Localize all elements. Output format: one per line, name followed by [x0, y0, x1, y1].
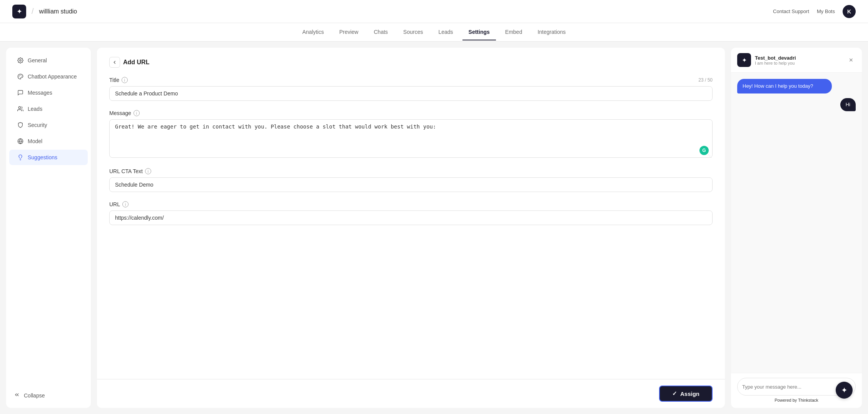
message-label-row: Message i	[109, 110, 713, 116]
collapse-icon	[14, 392, 20, 399]
url-label: URL i	[109, 201, 129, 207]
svg-point-5	[18, 107, 20, 109]
logo-divider: /	[32, 7, 34, 16]
url-info-icon[interactable]: i	[122, 201, 129, 207]
sidebar-item-model[interactable]: Model	[9, 134, 88, 149]
message-textarea[interactable]: Great! We are eager to get in contact wi…	[109, 119, 713, 158]
tab-leads[interactable]: Leads	[432, 24, 459, 40]
grammarly-icon: G	[699, 146, 709, 155]
title-label-row: Title i 23 / 50	[109, 77, 713, 83]
title-input[interactable]	[109, 86, 713, 101]
sidebar-label-model: Model	[28, 138, 42, 144]
resize-handle: ⋱	[708, 154, 712, 158]
message-group: Message i Great! We are eager to get in …	[109, 110, 713, 159]
chat-panel: ✦ Test_bot_devadri I am here to help you…	[731, 48, 862, 408]
sidebar-item-general[interactable]: General	[9, 53, 88, 68]
header-right: Contact Support My Bots K	[773, 5, 856, 18]
bulb-icon	[17, 154, 24, 161]
page-title: Add URL	[123, 59, 149, 66]
tab-embed[interactable]: Embed	[499, 24, 528, 40]
chat-body: Hey! How can I help you today? Hi	[731, 73, 862, 373]
chat-bot-logo: ✦	[737, 53, 751, 67]
url-cta-label-row: URL CTA Text i	[109, 168, 713, 174]
main-layout: General Chatbot Appearance Messages Lead…	[0, 42, 868, 414]
contact-support-link[interactable]: Contact Support	[773, 8, 809, 14]
sidebar-item-leads[interactable]: Leads	[9, 101, 88, 117]
sidebar-label-chatbot-appearance: Chatbot Appearance	[28, 73, 77, 80]
assign-button[interactable]: ✓ Assign	[659, 386, 713, 402]
shield-icon	[17, 122, 24, 129]
sidebar-label-suggestions: Suggestions	[28, 154, 57, 160]
sidebar-label-security: Security	[28, 122, 47, 128]
svg-point-1	[21, 75, 21, 75]
content-area: Add URL Title i 23 / 50 Message i	[97, 48, 725, 408]
url-cta-info-icon[interactable]: i	[145, 168, 151, 174]
collapse-button[interactable]: Collapse	[6, 387, 91, 403]
svg-point-3	[19, 75, 20, 76]
sidebar-item-chatbot-appearance[interactable]: Chatbot Appearance	[9, 69, 88, 84]
powered-by: Powered by Thinkstack	[737, 396, 856, 403]
title-label: Title i	[109, 77, 128, 83]
chat-header: ✦ Test_bot_devadri I am here to help you…	[731, 48, 862, 73]
palette-icon	[17, 73, 24, 80]
app-title: willliam studio	[39, 8, 77, 15]
sidebar-label-general: General	[28, 57, 47, 63]
gear-icon	[17, 57, 24, 64]
user-avatar[interactable]: K	[843, 5, 856, 18]
header: ✦ / willliam studio Contact Support My B…	[0, 0, 868, 23]
title-info-icon[interactable]: i	[122, 77, 128, 83]
message-textarea-wrapper: Great! We are eager to get in contact wi…	[109, 119, 713, 159]
chat-bot-name: Test_bot_devadri	[755, 55, 843, 61]
chat-messages: Hey! How can I help you today? Hi	[737, 79, 856, 116]
back-header: Add URL	[109, 57, 713, 68]
powered-by-name: Thinkstack	[798, 398, 818, 402]
chat-bot-status: I am here to help you	[755, 61, 843, 65]
bot-message-bubble: Hey! How can I help you today?	[737, 79, 832, 93]
tab-preview[interactable]: Preview	[333, 24, 365, 40]
title-char-count: 23 / 50	[698, 77, 713, 83]
collapse-label: Collapse	[24, 392, 45, 399]
url-input[interactable]	[109, 210, 713, 225]
bottom-bar: ✓ Assign	[97, 379, 725, 408]
message-info-icon[interactable]: i	[134, 110, 140, 116]
sidebar-label-leads: Leads	[28, 106, 42, 112]
tab-analytics[interactable]: Analytics	[296, 24, 330, 40]
url-cta-group: URL CTA Text i	[109, 168, 713, 192]
sidebar-item-security[interactable]: Security	[9, 117, 88, 133]
sidebar-item-suggestions[interactable]: Suggestions	[9, 150, 88, 165]
url-cta-input[interactable]	[109, 177, 713, 192]
chat-close-button[interactable]: ✕	[846, 55, 856, 65]
logo-icon: ✦	[12, 5, 26, 18]
svg-point-4	[19, 77, 19, 77]
tab-settings[interactable]: Settings	[462, 24, 496, 40]
tab-integrations[interactable]: Integrations	[531, 24, 572, 40]
tab-sources[interactable]: Sources	[397, 24, 429, 40]
user-message-bubble: Hi	[840, 98, 856, 111]
nav-tabs: Analytics Preview Chats Sources Leads Se…	[0, 23, 868, 42]
tab-chats[interactable]: Chats	[367, 24, 394, 40]
floating-bot-button[interactable]: ✦	[836, 382, 853, 399]
sidebar: General Chatbot Appearance Messages Lead…	[6, 48, 91, 408]
assign-check-icon: ✓	[672, 390, 677, 397]
message-icon	[17, 89, 24, 96]
back-button[interactable]	[109, 57, 120, 68]
chat-header-info: Test_bot_devadri I am here to help you	[755, 55, 843, 65]
url-group: URL i	[109, 201, 713, 225]
powered-by-prefix: Powered by	[775, 398, 798, 402]
sidebar-item-messages[interactable]: Messages	[9, 85, 88, 100]
svg-point-0	[20, 60, 21, 61]
url-cta-label: URL CTA Text i	[109, 168, 151, 174]
globe-icon	[17, 138, 24, 145]
svg-point-2	[22, 76, 22, 77]
title-group: Title i 23 / 50	[109, 77, 713, 101]
logo-area: ✦ / willliam studio	[12, 5, 77, 18]
url-label-row: URL i	[109, 201, 713, 207]
assign-label: Assign	[680, 391, 699, 397]
my-bots-link[interactable]: My Bots	[817, 8, 835, 14]
chat-input[interactable]	[742, 384, 837, 390]
message-label: Message i	[109, 110, 140, 116]
sidebar-label-messages: Messages	[28, 90, 52, 96]
users-icon	[17, 105, 24, 112]
